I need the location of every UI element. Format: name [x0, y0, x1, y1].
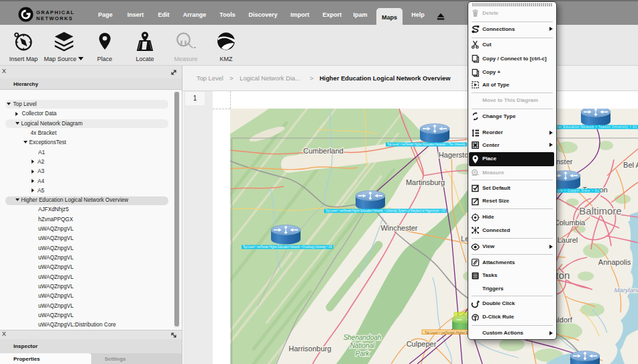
svg-text:Top Level > netTerrain Higher: Top Level > netTerrain Higher Education …	[243, 245, 332, 249]
svg-text:Bel Air: Bel Air	[623, 161, 638, 169]
svg-text:National: National	[350, 342, 375, 349]
svg-text:Top Level > netTerrain Higher: Top Level > netTerrain Higher Education …	[387, 143, 466, 146]
svg-text:NETWORKS: NETWORKS	[36, 15, 73, 21]
svg-text:Harrisonburg: Harrisonburg	[288, 345, 331, 353]
svg-text:Culpeper: Culpeper	[407, 340, 437, 348]
svg-text:Annapolis: Annapolis	[598, 258, 631, 266]
svg-text:Shenandoah: Shenandoah	[343, 334, 382, 341]
svg-text:Martinsburg: Martinsburg	[406, 178, 445, 186]
svg-text:GRAPHICAL: GRAPHICAL	[36, 9, 74, 15]
svg-text:Top Level > netTerrain Higher: Top Level > netTerrain Higher Education …	[325, 209, 445, 213]
svg-text:Columbia: Columbia	[554, 219, 586, 227]
svg-text:Cumberland: Cumberland	[303, 147, 343, 155]
svg-text:Maryland: Maryland	[614, 286, 638, 294]
svg-text:Baltimore: Baltimore	[579, 205, 621, 217]
svg-text:Park: Park	[356, 350, 370, 357]
svg-text:Laurel: Laurel	[557, 236, 578, 244]
svg-text:Winchester: Winchester	[380, 224, 417, 232]
